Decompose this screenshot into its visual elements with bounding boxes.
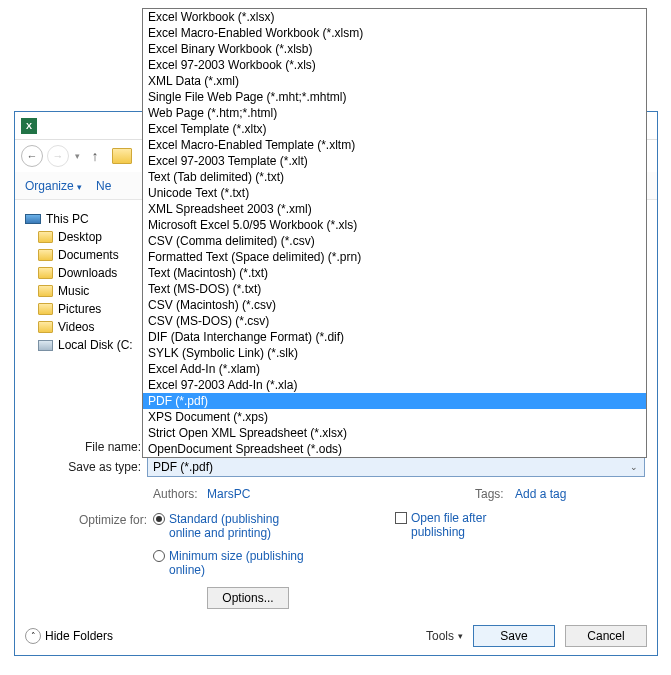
- file-type-option[interactable]: Excel Macro-Enabled Template (*.xltm): [143, 137, 646, 153]
- file-type-option[interactable]: OpenDocument Spreadsheet (*.ods): [143, 441, 646, 457]
- radio-icon: [153, 550, 165, 562]
- tree-item-videos[interactable]: Videos: [23, 318, 140, 336]
- file-type-option[interactable]: Excel Workbook (*.xlsx): [143, 9, 646, 25]
- save-as-type-label: Save as type:: [27, 460, 147, 474]
- nav-history-dropdown[interactable]: ▾: [73, 151, 82, 161]
- file-type-option[interactable]: XML Spreadsheet 2003 (*.xml): [143, 201, 646, 217]
- tree-label: Videos: [58, 320, 94, 334]
- file-type-option[interactable]: Formatted Text (Space delimited) (*.prn): [143, 249, 646, 265]
- file-type-option[interactable]: CSV (Comma delimited) (*.csv): [143, 233, 646, 249]
- file-type-option[interactable]: Microsoft Excel 5.0/95 Workbook (*.xls): [143, 217, 646, 233]
- tags-label: Tags:: [475, 487, 515, 501]
- folder-icon: [38, 321, 53, 333]
- excel-icon: X: [21, 118, 37, 134]
- file-type-option[interactable]: Excel Add-In (*.xlam): [143, 361, 646, 377]
- tools-menu[interactable]: Tools ▾: [426, 629, 463, 643]
- tree-item-this-pc[interactable]: This PC: [23, 210, 140, 228]
- folder-icon: [38, 267, 53, 279]
- file-type-option[interactable]: CSV (MS-DOS) (*.csv): [143, 313, 646, 329]
- hide-folders-button[interactable]: ˄ Hide Folders: [25, 628, 113, 644]
- radio-icon: [153, 513, 165, 525]
- nav-up-button[interactable]: ↑: [86, 147, 104, 165]
- chevron-down-icon: ▾: [458, 631, 463, 641]
- cancel-button[interactable]: Cancel: [565, 625, 647, 647]
- file-type-option[interactable]: Excel Macro-Enabled Workbook (*.xlsm): [143, 25, 646, 41]
- combo-value: PDF (*.pdf): [153, 460, 213, 474]
- file-name-label: File name:: [27, 440, 147, 454]
- pc-icon: [25, 214, 41, 224]
- folder-icon: [112, 148, 132, 164]
- tree-label: Downloads: [58, 266, 117, 280]
- optimize-standard-radio[interactable]: Standard (publishing online and printing…: [153, 511, 309, 542]
- folder-icon: [38, 303, 53, 315]
- folder-icon: [38, 249, 53, 261]
- file-type-option[interactable]: Text (Macintosh) (*.txt): [143, 265, 646, 281]
- folder-icon: [38, 285, 53, 297]
- file-type-option[interactable]: Excel 97-2003 Workbook (*.xls): [143, 57, 646, 73]
- tree-item-documents[interactable]: Documents: [23, 246, 140, 264]
- tags-value[interactable]: Add a tag: [515, 487, 645, 501]
- file-type-option[interactable]: Web Page (*.htm;*.html): [143, 105, 646, 121]
- organize-menu[interactable]: Organize ▾: [25, 179, 82, 193]
- form-area: File name: Save as type: PDF (*.pdf) ⌄ A…: [15, 432, 657, 609]
- nav-back-button[interactable]: ←: [21, 145, 43, 167]
- optimize-for-label: Optimize for:: [79, 511, 153, 579]
- file-type-option[interactable]: Text (Tab delimited) (*.txt): [143, 169, 646, 185]
- chevron-up-icon: ˄: [25, 628, 41, 644]
- checkbox-icon: [395, 512, 407, 524]
- file-type-option[interactable]: XPS Document (*.xps): [143, 409, 646, 425]
- save-as-type-combo[interactable]: PDF (*.pdf) ⌄: [147, 456, 645, 477]
- authors-value[interactable]: MarsPC: [207, 487, 250, 501]
- file-type-option[interactable]: DIF (Data Interchange Format) (*.dif): [143, 329, 646, 345]
- tree-label: Music: [58, 284, 89, 298]
- tree-item-pictures[interactable]: Pictures: [23, 300, 140, 318]
- file-type-option[interactable]: Excel 97-2003 Add-In (*.xla): [143, 377, 646, 393]
- disk-icon: [38, 340, 53, 351]
- options-button[interactable]: Options...: [207, 587, 289, 609]
- save-as-type-dropdown-list[interactable]: Excel Workbook (*.xlsx)Excel Macro-Enabl…: [142, 8, 647, 458]
- tree-item-downloads[interactable]: Downloads: [23, 264, 140, 282]
- tree-label: This PC: [46, 212, 89, 226]
- file-type-option[interactable]: PDF (*.pdf): [143, 393, 646, 409]
- navigation-pane: This PC Desktop Documents Downloads Musi…: [15, 200, 145, 432]
- tree-item-music[interactable]: Music: [23, 282, 140, 300]
- chevron-down-icon: ⌄: [627, 460, 641, 474]
- file-type-option[interactable]: Strict Open XML Spreadsheet (*.xlsx): [143, 425, 646, 441]
- tree-label: Pictures: [58, 302, 101, 316]
- file-type-option[interactable]: XML Data (*.xml): [143, 73, 646, 89]
- file-type-option[interactable]: Excel 97-2003 Template (*.xlt): [143, 153, 646, 169]
- save-button[interactable]: Save: [473, 625, 555, 647]
- file-type-option[interactable]: Text (MS-DOS) (*.txt): [143, 281, 646, 297]
- tree-item-desktop[interactable]: Desktop: [23, 228, 140, 246]
- tree-label: Desktop: [58, 230, 102, 244]
- file-type-option[interactable]: Single File Web Page (*.mht;*.mhtml): [143, 89, 646, 105]
- file-type-option[interactable]: SYLK (Symbolic Link) (*.slk): [143, 345, 646, 361]
- optimize-minimum-radio[interactable]: Minimum size (publishing online): [153, 548, 309, 579]
- dialog-footer: ˄ Hide Folders Tools ▾ Save Cancel: [25, 625, 647, 647]
- file-type-option[interactable]: Excel Template (*.xltx): [143, 121, 646, 137]
- open-after-publishing-checkbox[interactable]: Open file after publishing: [395, 511, 511, 540]
- tree-item-local-disk[interactable]: Local Disk (C:: [23, 336, 140, 354]
- file-type-option[interactable]: Excel Binary Workbook (*.xlsb): [143, 41, 646, 57]
- tree-label: Local Disk (C:: [58, 338, 133, 352]
- folder-icon: [38, 231, 53, 243]
- authors-label: Authors:: [153, 487, 207, 501]
- tree-label: Documents: [58, 248, 119, 262]
- new-menu[interactable]: Ne: [96, 179, 111, 193]
- nav-forward-button[interactable]: →: [47, 145, 69, 167]
- file-type-option[interactable]: Unicode Text (*.txt): [143, 185, 646, 201]
- file-type-option[interactable]: CSV (Macintosh) (*.csv): [143, 297, 646, 313]
